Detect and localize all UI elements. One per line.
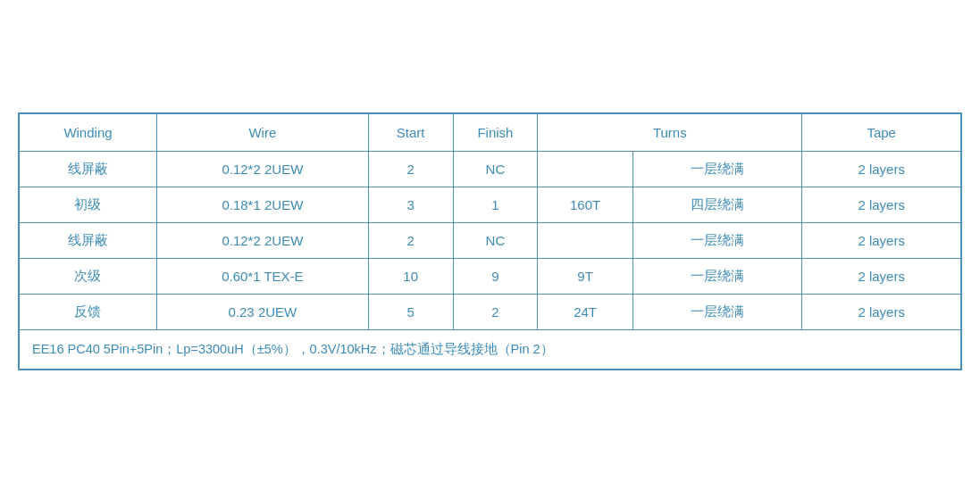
header-tape: Tape — [802, 113, 961, 151]
cell-wire: 0.12*2 2UEW — [156, 151, 368, 187]
cell-winding: 初级 — [20, 187, 157, 222]
cell-winding: 反馈 — [20, 294, 157, 329]
cell-wire: 0.12*2 2UEW — [156, 222, 368, 258]
cell-start: 2 — [368, 151, 453, 187]
cell-start: 5 — [368, 294, 453, 329]
header-row: Winding Wire Start Finish Turns Tape — [20, 113, 961, 151]
cell-turns-d: 一层绕满 — [632, 151, 801, 187]
table-row: 反馈0.23 2UEW5224T一层绕满2 layers — [20, 294, 961, 329]
cell-turns-d: 一层绕满 — [632, 294, 801, 329]
cell-finish: 9 — [453, 258, 538, 294]
cell-wire: 0.60*1 TEX-E — [156, 258, 368, 294]
cell-turns-t — [538, 151, 633, 187]
table-row: 线屏蔽0.12*2 2UEW2NC一层绕满2 layers — [20, 222, 961, 258]
cell-turns-t: 9T — [538, 258, 633, 294]
cell-tape: 2 layers — [802, 258, 961, 294]
cell-start: 2 — [368, 222, 453, 258]
cell-finish: 2 — [453, 294, 538, 329]
table-row: 次级0.60*1 TEX-E1099T一层绕满2 layers — [20, 258, 961, 294]
cell-winding: 线屏蔽 — [20, 222, 157, 258]
header-wire: Wire — [156, 113, 368, 151]
footer-text: EE16 PC40 5Pin+5Pin；Lp=3300uH（±5%），0.3V/… — [20, 329, 961, 369]
cell-tape: 2 layers — [802, 187, 961, 222]
cell-turns-d: 四层绕满 — [632, 187, 801, 222]
cell-finish: NC — [453, 151, 538, 187]
table-row: 初级0.18*1 2UEW31160T四层绕满2 layers — [20, 187, 961, 222]
cell-start: 3 — [368, 187, 453, 222]
cell-winding: 线屏蔽 — [20, 151, 157, 187]
cell-wire: 0.23 2UEW — [156, 294, 368, 329]
header-start: Start — [368, 113, 453, 151]
header-turns: Turns — [538, 113, 802, 151]
winding-table-wrapper: Winding Wire Start Finish Turns Tape 线屏蔽… — [18, 112, 962, 370]
cell-tape: 2 layers — [802, 222, 961, 258]
cell-finish: 1 — [453, 187, 538, 222]
cell-winding: 次级 — [20, 258, 157, 294]
cell-turns-t: 160T — [538, 187, 633, 222]
cell-start: 10 — [368, 258, 453, 294]
cell-tape: 2 layers — [802, 294, 961, 329]
cell-wire: 0.18*1 2UEW — [156, 187, 368, 222]
cell-turns-t — [538, 222, 633, 258]
cell-turns-d: 一层绕满 — [632, 258, 801, 294]
header-winding: Winding — [20, 113, 157, 151]
cell-tape: 2 layers — [802, 151, 961, 187]
header-finish: Finish — [453, 113, 538, 151]
footer-row: EE16 PC40 5Pin+5Pin；Lp=3300uH（±5%），0.3V/… — [20, 329, 961, 369]
table-row: 线屏蔽0.12*2 2UEW2NC一层绕满2 layers — [20, 151, 961, 187]
winding-table: Winding Wire Start Finish Turns Tape 线屏蔽… — [19, 113, 961, 370]
cell-turns-d: 一层绕满 — [632, 222, 801, 258]
cell-finish: NC — [453, 222, 538, 258]
cell-turns-t: 24T — [538, 294, 633, 329]
